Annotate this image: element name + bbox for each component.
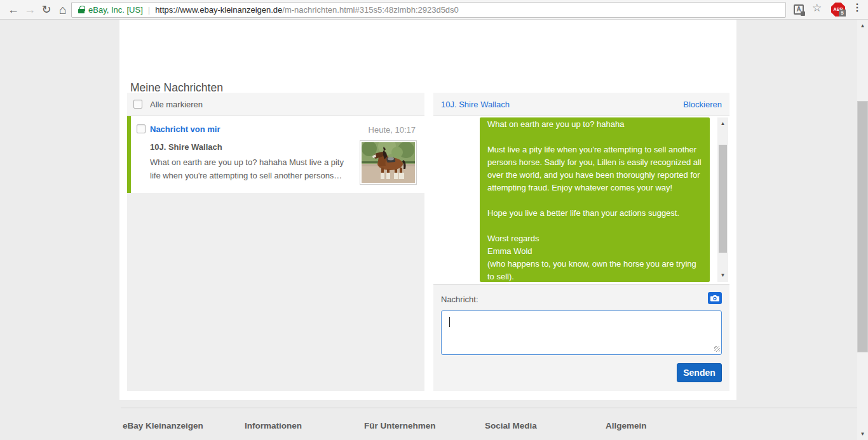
camera-icon[interactable] — [708, 292, 722, 304]
conversation-title-link[interactable]: 10J. Shire Wallach — [441, 100, 510, 109]
footer-divider — [121, 408, 858, 408]
page-scroll-up-icon[interactable]: ▲ — [857, 21, 868, 30]
select-all-label: Alle markieren — [150, 100, 203, 109]
reload-icon[interactable]: ↻ — [38, 1, 55, 18]
footer-col-social-media: Social Media — [485, 421, 537, 430]
message-title[interactable]: Nachricht von mir — [150, 124, 220, 134]
page-scrollbar[interactable]: ▲ ▼ — [857, 20, 868, 440]
url-separator: | — [148, 5, 150, 15]
send-button[interactable]: Senden — [677, 363, 722, 382]
conversation-body: What on earth are you up to? hahaha Must… — [433, 116, 729, 284]
footer-col-informationen: Informationen — [245, 421, 302, 430]
back-icon[interactable]: ← — [5, 1, 22, 18]
message-preview: What on earth are you up to? hahaha Must… — [150, 156, 352, 182]
lock-icon — [78, 9, 85, 13]
message-composer: Nachricht: Senden — [433, 284, 729, 390]
chrome-menu-icon[interactable]: ⋮ — [852, 1, 862, 13]
message-checkbox[interactable] — [137, 124, 146, 133]
url-path: /m-nachrichten.html#315s5:48zlmbh:2923d5… — [282, 5, 459, 15]
message-timestamp: Heute, 10:17 — [369, 125, 416, 135]
message-list-item[interactable]: Nachricht von mir Heute, 10:17 10J. Shir… — [127, 116, 424, 193]
horse-photo — [362, 142, 415, 183]
footer-col-allgemein: Allgemein — [606, 421, 647, 430]
footer-col-fuer-unternehmen: Für Unternehmen — [364, 421, 436, 430]
message-subject: 10J. Shire Wallach — [150, 142, 222, 152]
conversation-panel: 10J. Shire Wallach Blockieren What on ea… — [433, 93, 729, 391]
block-user-link[interactable]: Blockieren — [683, 100, 722, 109]
scroll-up-icon[interactable]: ▲ — [717, 119, 728, 128]
select-all-checkbox[interactable] — [133, 100, 142, 109]
page-background: Meine Nachrichten Alle markieren Nachric… — [0, 20, 868, 440]
conversation-scrollbar[interactable]: ▲ ▼ — [717, 117, 728, 282]
browser-toolbar: ← → ↻ ⌂ eBay, Inc. [US] | https://www.eb… — [0, 0, 868, 20]
bookmark-star-icon[interactable]: ☆ — [812, 1, 822, 15]
page-scroll-down-icon[interactable]: ▼ — [857, 429, 868, 439]
footer-col-ebay-kleinanzeigen: eBay Kleinanzeigen — [123, 421, 203, 430]
ev-certificate-badge[interactable]: eBay, Inc. [US] — [88, 5, 143, 15]
address-bar[interactable]: eBay, Inc. [US] | https://www.ebay-klein… — [71, 2, 786, 18]
translate-icon[interactable]: A — [794, 4, 804, 15]
page-scrollbar-thumb[interactable] — [857, 101, 868, 352]
message-list-panel: Alle markieren Nachricht von mir Heute, … — [127, 93, 424, 391]
listing-thumbnail — [360, 140, 417, 185]
chat-message-bubble: What on earth are you up to? hahaha Must… — [480, 117, 710, 282]
message-input[interactable] — [441, 310, 722, 355]
scroll-down-icon[interactable]: ▼ — [717, 271, 728, 280]
composer-label: Nachricht: — [441, 295, 478, 304]
select-all-bar: Alle markieren — [127, 93, 424, 116]
conversation-scrollbar-thumb[interactable] — [719, 145, 727, 253]
home-icon[interactable]: ⌂ — [55, 1, 71, 18]
conversation-header: 10J. Shire Wallach Blockieren — [433, 93, 729, 116]
forward-icon[interactable]: → — [22, 1, 38, 18]
url-domain: https://www.ebay-kleinanzeigen.de — [155, 5, 282, 15]
adblock-count-badge[interactable]: 5 — [839, 10, 846, 17]
